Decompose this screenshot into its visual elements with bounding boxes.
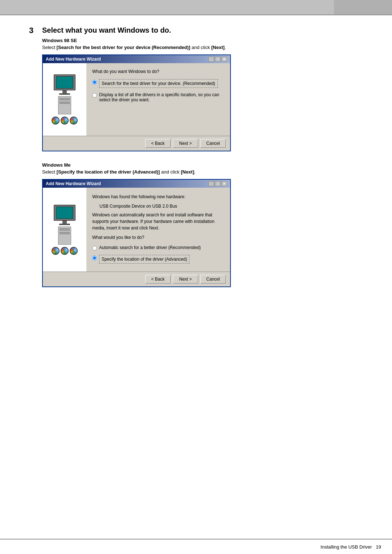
titlebar-buttons-2: _ □ ✕ bbox=[208, 181, 227, 186]
monitor-2 bbox=[54, 205, 75, 221]
wizard-title-2-label: Add New Hardware Wizard bbox=[46, 181, 101, 186]
wizard-footer-2: < Back Next > Cancel bbox=[43, 272, 230, 286]
step-title: Select what you want Windows to do. bbox=[42, 26, 171, 34]
radio-option-1-1: Search for the best driver for your devi… bbox=[92, 79, 224, 88]
monitor-base-2 bbox=[59, 224, 70, 225]
section-content: Windows 98 SE Select [Search for the bes… bbox=[42, 38, 370, 287]
monitor-1 bbox=[54, 74, 75, 90]
top-bar-right-section bbox=[334, 0, 392, 15]
cd-5 bbox=[61, 247, 69, 255]
content-area: 3 Select what you want Windows to do. Wi… bbox=[0, 15, 392, 320]
wizard-body-2: Windows has found the following new hard… bbox=[43, 188, 230, 272]
radio-label-2-2: Specify the location of the driver (Adva… bbox=[99, 255, 189, 264]
monitor-screen-2 bbox=[56, 207, 73, 219]
next-button-1[interactable]: Next > bbox=[173, 139, 198, 148]
radio-input-2-2[interactable] bbox=[92, 256, 97, 260]
minimize-btn-1[interactable]: _ bbox=[208, 57, 214, 62]
next-button-2[interactable]: Next > bbox=[173, 275, 198, 284]
tower-drive-1 bbox=[60, 98, 70, 100]
back-button-1[interactable]: < Back bbox=[145, 139, 171, 148]
cds-area-2 bbox=[52, 247, 78, 255]
wizard-footer-1: < Back Next > Cancel bbox=[43, 136, 230, 151]
radio-option-2-1: Automatic search for a better driver (Re… bbox=[92, 245, 224, 250]
cd-1 bbox=[52, 117, 60, 125]
computer-icon-1 bbox=[45, 67, 85, 132]
tower-drive-4 bbox=[60, 232, 70, 234]
wizard-desc-2: Windows can automatically search for and… bbox=[92, 212, 224, 231]
back-button-2[interactable]: < Back bbox=[145, 275, 171, 284]
computer-icon-2 bbox=[45, 197, 85, 262]
monitor-stand-2 bbox=[62, 221, 67, 224]
winme-instruction: Select [Specify the location of the driv… bbox=[42, 169, 370, 175]
wizard-hardware-name: USB Composite Device on USB 2.0 Bus bbox=[99, 204, 224, 209]
step-row: 3 Select what you want Windows to do. bbox=[29, 26, 370, 35]
wizard-titlebar-1: Add New Hardware Wizard _ □ ✕ bbox=[43, 55, 230, 63]
wizard-question-2: What would you like to do? bbox=[92, 235, 224, 240]
wizard-illustration-2 bbox=[43, 188, 86, 272]
cd-2 bbox=[61, 117, 69, 125]
win98-os-label: Windows 98 SE bbox=[42, 38, 370, 43]
top-bar bbox=[0, 0, 392, 15]
step-number: 3 bbox=[29, 26, 38, 35]
wizard-right-1: What do you want Windows to do? Search f… bbox=[86, 63, 230, 136]
cd-6 bbox=[70, 247, 78, 255]
winme-bold2: [Next] bbox=[181, 169, 194, 175]
win98-bold2: [Next] bbox=[211, 45, 225, 50]
tower-drive-3 bbox=[60, 228, 70, 231]
footer-section-text: Installing the USB Driver bbox=[320, 544, 372, 550]
monitor-base-1 bbox=[59, 93, 70, 95]
cd-4 bbox=[52, 247, 60, 255]
radio-input-2-1[interactable] bbox=[92, 246, 97, 250]
wizard-dialog-1: Add New Hardware Wizard _ □ ✕ bbox=[42, 54, 231, 151]
winme-os-label: Windows Me bbox=[42, 162, 370, 168]
win98-bold1: [Search for the best driver for your dev… bbox=[57, 45, 190, 50]
monitor-screen-1 bbox=[56, 76, 73, 89]
wizard-desc-1: Windows has found the following new hard… bbox=[92, 194, 224, 200]
maximize-btn-1[interactable]: □ bbox=[215, 57, 221, 62]
wizard-dialog-2: Add New Hardware Wizard _ □ ✕ bbox=[42, 179, 231, 287]
wizard-title-1-label: Add New Hardware Wizard bbox=[46, 57, 101, 62]
monitor-stand-1 bbox=[62, 90, 67, 93]
wizard-body-1: What do you want Windows to do? Search f… bbox=[43, 63, 230, 136]
radio-label-1-2: Display a list of all the drivers in a s… bbox=[99, 92, 224, 102]
radio-option-1-2: Display a list of all the drivers in a s… bbox=[92, 92, 224, 102]
radio-input-1-2[interactable] bbox=[92, 93, 97, 98]
tower-2 bbox=[58, 227, 71, 245]
footer-bar: Installing the USB Driver 19 bbox=[0, 539, 392, 554]
cds-area-1 bbox=[52, 117, 78, 125]
wizard-titlebar-2: Add New Hardware Wizard _ □ ✕ bbox=[43, 180, 230, 188]
wizard-question-1: What do you want Windows to do? bbox=[92, 69, 224, 74]
close-btn-1[interactable]: ✕ bbox=[221, 57, 227, 62]
footer-page-number: 19 bbox=[376, 544, 381, 550]
winme-section: Windows Me Select [Specify the location … bbox=[42, 162, 370, 287]
tower-1 bbox=[58, 96, 71, 114]
close-btn-2[interactable]: ✕ bbox=[221, 181, 227, 186]
winme-bold1: [Specify the location of the driver (Adv… bbox=[57, 169, 160, 175]
cancel-button-1[interactable]: Cancel bbox=[200, 139, 226, 148]
win98-section: Windows 98 SE Select [Search for the bes… bbox=[42, 38, 370, 151]
win98-instruction: Select [Search for the best driver for y… bbox=[42, 45, 370, 50]
cancel-button-2[interactable]: Cancel bbox=[200, 275, 226, 284]
footer-section-label: Installing the USB Driver 19 bbox=[320, 544, 381, 550]
maximize-btn-2[interactable]: □ bbox=[215, 181, 221, 186]
wizard-right-2: Windows has found the following new hard… bbox=[86, 188, 230, 272]
radio-option-2-2: Specify the location of the driver (Adva… bbox=[92, 255, 224, 264]
cd-3 bbox=[70, 117, 78, 125]
titlebar-buttons-1: _ □ ✕ bbox=[208, 57, 227, 62]
wizard-illustration-1 bbox=[43, 63, 86, 136]
radio-input-1-1[interactable] bbox=[92, 80, 97, 85]
radio-label-2-1: Automatic search for a better driver (Re… bbox=[99, 245, 201, 250]
radio-label-1-1: Search for the best driver for your devi… bbox=[99, 79, 218, 88]
tower-drive-2 bbox=[60, 102, 70, 104]
minimize-btn-2[interactable]: _ bbox=[208, 181, 214, 186]
